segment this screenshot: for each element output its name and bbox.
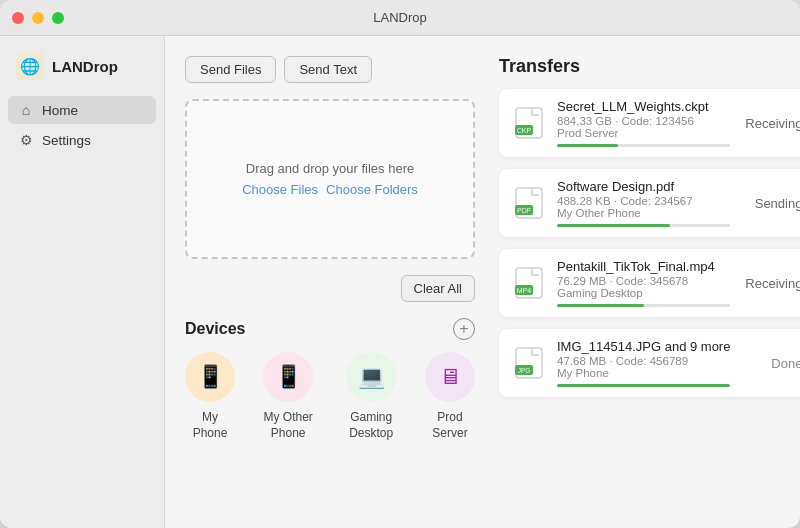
main-content: Send Files Send Text Drag and drop your … [165,36,800,528]
transfer-info-t1: Secret_LLM_Weights.ckpt 884.33 GB · Code… [557,99,730,147]
devices-list: 📱 My Phone 📱 My Other Phone [185,352,475,441]
choose-folders-link[interactable]: Choose Folders [326,182,418,197]
device-item-my-phone[interactable]: 📱 My Phone [185,352,235,441]
add-device-button[interactable]: + [453,318,475,340]
home-icon: ⌂ [18,102,34,118]
transfer-progress-bar-t2 [557,224,670,227]
app-body: 🌐 LANDrop ⌂ Home ⚙ Settings Send Fi [0,36,800,528]
transfer-status-t4: Done [742,356,800,371]
transfer-progress-t4 [557,384,730,387]
devices-section: Devices + 📱 My Phone [185,318,475,441]
sidebar-logo: 🌐 LANDrop [0,52,164,96]
transfer-card-t4: JPG IMG_114514.JPG and 9 more 47.68 MB ·… [499,329,800,397]
clear-all-button[interactable]: Clear All [401,275,475,302]
drop-zone-links: Choose Files Choose Folders [242,182,418,197]
send-text-button[interactable]: Send Text [284,56,372,83]
device-icon-my-other-phone: 📱 [263,352,313,402]
transfer-status-t3: Receiving [742,276,800,291]
transfer-filename-t3: Pentakill_TikTok_Final.mp4 [557,259,730,274]
sidebar-item-settings-label: Settings [42,133,91,148]
transfer-info-t2: Software Design.pdf 488.28 KB · Code: 23… [557,179,730,227]
drop-zone[interactable]: Drag and drop your files here Choose Fil… [185,99,475,259]
sidebar-item-home[interactable]: ⌂ Home [8,96,156,124]
drop-zone-text: Drag and drop your files here [246,161,414,176]
sidebar-nav: ⌂ Home ⚙ Settings [0,96,164,154]
transfer-card-t1: CKP Secret_LLM_Weights.ckpt 884.33 GB · … [499,89,800,157]
device-icon-gaming-desktop: 💻 [346,352,396,402]
transfer-progress-bar-t3 [557,304,644,307]
titlebar: LANDrop [0,0,800,36]
transfer-info-t4: IMG_114514.JPG and 9 more 47.68 MB · Cod… [557,339,730,387]
svg-text:PDF: PDF [517,207,531,214]
transfer-card-t2: PDF Software Design.pdf 488.28 KB · Code… [499,169,800,237]
svg-text:MP4: MP4 [517,287,532,294]
devices-header: Devices + [185,318,475,340]
maximize-button[interactable] [52,12,64,24]
devices-title: Devices [185,320,246,338]
transfer-progress-t3 [557,304,730,307]
svg-text:JPG: JPG [518,367,531,374]
choose-files-link[interactable]: Choose Files [242,182,318,197]
device-item-gaming-desktop[interactable]: 💻 Gaming Desktop [341,352,401,441]
transfer-filename-t2: Software Design.pdf [557,179,730,194]
action-buttons: Send Files Send Text [185,56,475,83]
transfer-meta-t4: 47.68 MB · Code: 456789 My Phone [557,355,730,379]
transfer-meta-t2: 488.28 KB · Code: 234567 My Other Phone [557,195,730,219]
device-icon-prod-server: 🖥 [425,352,475,402]
window-title: LANDrop [373,10,426,25]
file-icon-t1: CKP [513,107,545,139]
transfer-card-t3: MP4 Pentakill_TikTok_Final.mp4 76.29 MB … [499,249,800,317]
right-panel: Transfers CKP Secret_LLM_Weights.ckpt [475,56,800,508]
left-panel: Send Files Send Text Drag and drop your … [185,56,475,508]
file-icon-t3: MP4 [513,267,545,299]
send-files-button[interactable]: Send Files [185,56,276,83]
sidebar-item-settings[interactable]: ⚙ Settings [8,126,156,154]
settings-icon: ⚙ [18,132,34,148]
app-window: LANDrop 🌐 LANDrop ⌂ Home ⚙ Settings [0,0,800,528]
transfers-title: Transfers [499,56,800,77]
sidebar-item-home-label: Home [42,103,78,118]
transfer-filename-t1: Secret_LLM_Weights.ckpt [557,99,730,114]
sidebar: 🌐 LANDrop ⌂ Home ⚙ Settings [0,36,165,528]
transfer-info-t3: Pentakill_TikTok_Final.mp4 76.29 MB · Co… [557,259,730,307]
transfer-progress-t1 [557,144,730,147]
transfer-status-t2: Sending [742,196,800,211]
minimize-button[interactable] [32,12,44,24]
file-icon-t2: PDF [513,187,545,219]
device-icon-my-phone: 📱 [185,352,235,402]
device-name-prod-server: Prod Server [425,410,475,441]
file-icon-t4: JPG [513,347,545,379]
transfer-status-t1: Receiving [742,116,800,131]
transfer-filename-t4: IMG_114514.JPG and 9 more [557,339,730,354]
device-name-my-phone: My Phone [185,410,235,441]
traffic-lights [12,12,64,24]
device-name-gaming-desktop: Gaming Desktop [341,410,401,441]
transfer-meta-t3: 76.29 MB · Code: 345678 Gaming Desktop [557,275,730,299]
app-name: LANDrop [52,58,118,75]
transfer-progress-t2 [557,224,730,227]
device-item-prod-server[interactable]: 🖥 Prod Server [425,352,475,441]
logo-icon: 🌐 [16,52,44,80]
close-button[interactable] [12,12,24,24]
clear-all-row: Clear All [185,275,475,302]
transfer-progress-bar-t4 [557,384,730,387]
device-name-my-other-phone: My Other Phone [259,410,317,441]
transfer-progress-bar-t1 [557,144,618,147]
device-item-my-other-phone[interactable]: 📱 My Other Phone [259,352,317,441]
transfer-meta-t1: 884.33 GB · Code: 123456 Prod Server [557,115,730,139]
svg-text:CKP: CKP [517,127,532,134]
